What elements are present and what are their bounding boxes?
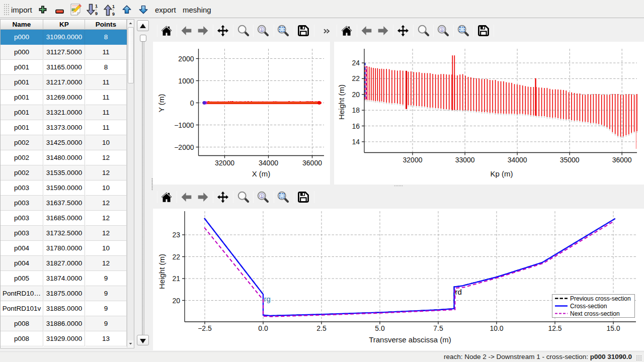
svg-text:Previous cross-section: Previous cross-section	[570, 295, 631, 302]
svg-text:12.5: 12.5	[548, 324, 561, 332]
svg-text:1: 1	[95, 4, 98, 9]
svg-text:16: 16	[352, 122, 360, 130]
svg-text:22: 22	[172, 253, 180, 261]
svg-text:24: 24	[352, 59, 360, 67]
svg-text:32000: 32000	[403, 156, 423, 164]
svg-text:34000: 34000	[259, 159, 278, 167]
svg-text:1: 1	[261, 194, 263, 199]
svg-text:15.0: 15.0	[606, 324, 620, 332]
svg-text:−2.5: −2.5	[198, 324, 212, 332]
svg-text:1: 1	[441, 27, 443, 32]
svg-text:36000: 36000	[302, 159, 322, 167]
svg-text:2000: 2000	[178, 55, 194, 63]
svg-text:1: 1	[112, 4, 115, 9]
svg-text:5.0: 5.0	[375, 324, 385, 332]
svg-text:9: 9	[112, 12, 115, 16]
svg-text:20: 20	[172, 297, 180, 305]
svg-text:Height (m): Height (m)	[337, 84, 346, 120]
svg-text:32000: 32000	[215, 159, 234, 167]
svg-text:rg: rg	[264, 295, 271, 303]
svg-text:14: 14	[352, 138, 360, 146]
svg-text:34000: 34000	[508, 156, 527, 164]
svg-text:22: 22	[352, 74, 360, 82]
svg-text:Y (m): Y (m)	[157, 94, 166, 112]
svg-text:10.0: 10.0	[490, 324, 503, 332]
svg-text:Next cross-section: Next cross-section	[570, 310, 620, 317]
svg-text:1000: 1000	[178, 77, 194, 85]
svg-text:0: 0	[190, 99, 194, 107]
svg-text:33000: 33000	[455, 156, 475, 164]
svg-text:23: 23	[172, 231, 180, 239]
svg-text:Transverse abscissa (m): Transverse abscissa (m)	[369, 335, 451, 344]
svg-text:9: 9	[95, 11, 98, 16]
svg-text:−1000: −1000	[174, 121, 194, 129]
svg-text:X (m): X (m)	[252, 169, 271, 178]
svg-text:Cross-section: Cross-section	[570, 303, 607, 310]
svg-text:rd: rd	[455, 288, 462, 296]
svg-text:36000: 36000	[612, 156, 632, 164]
svg-text:2.5: 2.5	[316, 324, 327, 332]
svg-text:Height (m): Height (m)	[157, 254, 166, 289]
svg-text:20: 20	[352, 90, 360, 99]
svg-text:21: 21	[172, 275, 180, 283]
svg-text:Kp (m): Kp (m)	[491, 169, 513, 178]
svg-text:7.5: 7.5	[433, 324, 443, 332]
svg-text:18: 18	[352, 106, 360, 114]
svg-text:0.0: 0.0	[258, 324, 268, 332]
svg-text:35000: 35000	[560, 156, 580, 164]
svg-text:−2000: −2000	[174, 143, 194, 151]
svg-text:1: 1	[261, 27, 263, 32]
